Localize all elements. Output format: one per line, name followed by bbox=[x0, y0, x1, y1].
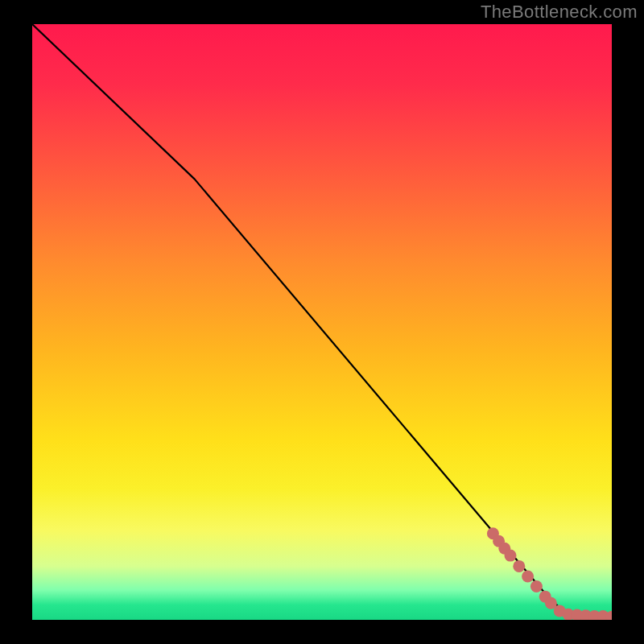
chart-marker bbox=[513, 560, 525, 572]
chart-canvas: TheBottleneck.com bbox=[0, 0, 644, 644]
chart-marker bbox=[505, 550, 517, 562]
watermark-text: TheBottleneck.com bbox=[481, 2, 638, 23]
chart-overlay bbox=[32, 24, 612, 620]
chart-marker bbox=[522, 570, 534, 582]
chart-markers bbox=[487, 527, 612, 620]
chart-marker bbox=[530, 580, 543, 592]
plot-area bbox=[32, 24, 612, 620]
chart-line bbox=[32, 24, 612, 617]
